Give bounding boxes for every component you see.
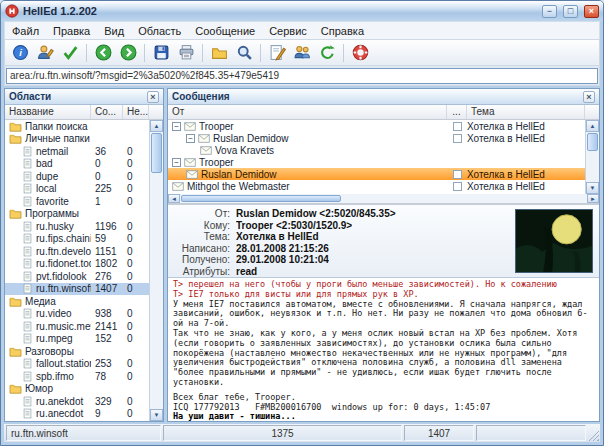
area-item[interactable]: ru.ftn.develop11510: [5, 245, 149, 258]
menu-edit[interactable]: Правка: [46, 24, 97, 38]
area-group[interactable]: Личные папки: [5, 133, 149, 146]
column-header[interactable]: Не...: [123, 105, 149, 119]
refresh-icon: [319, 44, 336, 61]
compose-button[interactable]: [265, 41, 289, 64]
area-item[interactable]: ru.ftn.winsoft14070: [5, 283, 149, 296]
area-message-count: 938: [91, 308, 123, 319]
header-field-label: Написано:: [174, 243, 236, 255]
menu-message[interactable]: Сообщение: [188, 24, 262, 38]
users-button[interactable]: [290, 41, 314, 64]
area-item[interactable]: ru.mpeg1520: [5, 333, 149, 346]
check-button[interactable]: [58, 41, 82, 64]
messages-hscrollbar[interactable]: ◄ ►: [168, 194, 599, 204]
messages-close-icon[interactable]: ×: [583, 91, 595, 103]
echo-area-icon: [22, 371, 33, 382]
area-item[interactable]: local2250: [5, 183, 149, 196]
area-item[interactable]: pvt.fidolook2760: [5, 270, 149, 283]
menu-view[interactable]: Вид: [97, 24, 131, 38]
save-button[interactable]: [149, 41, 173, 64]
scroll-up-icon[interactable]: ▲: [586, 120, 599, 132]
scroll-thumb[interactable]: [587, 133, 598, 151]
area-item[interactable]: ru.video9380: [5, 308, 149, 321]
minimize-button[interactable]: −: [542, 5, 557, 18]
app-icon: [5, 4, 19, 18]
column-header[interactable]: Со...: [91, 105, 123, 119]
message-icon: [200, 146, 212, 155]
print-button[interactable]: [174, 41, 198, 64]
areas-scrollbar[interactable]: ▲ ▼: [149, 120, 163, 421]
area-item[interactable]: favorite10: [5, 195, 149, 208]
thread-expand-icon[interactable]: −: [172, 158, 181, 167]
header-field-label: Атрибуты:: [174, 266, 236, 278]
open-icon: [211, 44, 228, 61]
area-group[interactable]: Папки поиска: [5, 120, 149, 133]
message-checkbox[interactable]: [453, 182, 462, 191]
forward-button[interactable]: [116, 41, 140, 64]
area-group-label: Юмор: [25, 383, 53, 394]
message-icon: [198, 134, 210, 143]
area-item[interactable]: ru.anecdot90: [5, 408, 149, 421]
help-button[interactable]: [348, 41, 372, 64]
scroll-left-icon[interactable]: ◄: [168, 194, 180, 203]
folder-icon: [9, 346, 22, 357]
messages-scrollbar[interactable]: ▲ ▼: [585, 120, 599, 194]
message-row[interactable]: −TrooperХотелка в HellEd: [168, 120, 585, 132]
message-checkbox[interactable]: [453, 170, 462, 179]
scroll-down-icon[interactable]: ▼: [586, 182, 599, 194]
area-item[interactable]: ru.fips.chainik590: [5, 233, 149, 246]
maximize-button[interactable]: □: [563, 5, 578, 18]
column-header[interactable]: Название: [5, 105, 91, 119]
menu-service[interactable]: Сервис: [262, 24, 314, 38]
areas-close-icon[interactable]: ×: [147, 91, 159, 103]
scroll-thumb[interactable]: [151, 133, 162, 173]
column-header[interactable]: ...: [447, 105, 467, 119]
info-button[interactable]: i: [8, 41, 32, 64]
back-button[interactable]: [91, 41, 115, 64]
area-item[interactable]: ru.music.metal21410: [5, 320, 149, 333]
close-button[interactable]: ×: [584, 5, 599, 18]
area-group[interactable]: Юмор: [5, 383, 149, 396]
open-button[interactable]: [207, 41, 231, 64]
area-group[interactable]: Медиа: [5, 295, 149, 308]
message-row[interactable]: −Ruslan DemidowХотелка в HellEd: [168, 132, 585, 144]
area-name: ru.anecdot: [36, 408, 83, 419]
area-item[interactable]: dupe00: [5, 170, 149, 183]
area-item[interactable]: netmail360: [5, 145, 149, 158]
message-checkbox[interactable]: [453, 122, 462, 131]
message-row[interactable]: −Trooper: [168, 156, 585, 168]
menu-file[interactable]: Файл: [5, 24, 46, 38]
scroll-thumb[interactable]: [181, 195, 341, 202]
thread-expand-icon[interactable]: −: [186, 134, 195, 143]
area-group[interactable]: Программы: [5, 208, 149, 221]
area-item[interactable]: fallout.station2530: [5, 358, 149, 371]
area-item[interactable]: spb.ifmo780: [5, 370, 149, 383]
message-checkbox[interactable]: [453, 134, 462, 143]
column-header[interactable]: От: [168, 105, 447, 119]
area-unread-count: 0: [123, 221, 149, 232]
message-row[interactable]: Vova Kravets: [168, 144, 585, 156]
resize-grip[interactable]: [587, 429, 599, 441]
area-message-count: 2141: [91, 321, 123, 332]
area-item[interactable]: ru.husky11960: [5, 220, 149, 233]
area-group[interactable]: Разговоры: [5, 345, 149, 358]
scroll-right-icon[interactable]: ►: [587, 194, 599, 203]
area-unread-count: 0: [123, 396, 149, 407]
refresh-button[interactable]: [315, 41, 339, 64]
back-icon: [95, 44, 112, 61]
area-item[interactable]: ru.anekdot3290: [5, 395, 149, 408]
menu-help[interactable]: Справка: [314, 24, 371, 38]
user-edit-button[interactable]: [33, 41, 57, 64]
address-input[interactable]: [6, 68, 598, 84]
search-button[interactable]: [232, 41, 256, 64]
message-row[interactable]: Ruslan DemidowХотелка в HellEd: [168, 168, 585, 180]
menu-area[interactable]: Область: [131, 24, 188, 38]
area-item[interactable]: bad00: [5, 158, 149, 171]
area-item[interactable]: ru.fidonet.today18020: [5, 258, 149, 271]
scroll-up-icon[interactable]: ▲: [150, 120, 163, 132]
thread-expand-icon[interactable]: −: [172, 122, 181, 131]
scroll-down-icon[interactable]: ▼: [150, 409, 163, 421]
echo-area-icon: [22, 233, 33, 244]
titlebar[interactable]: HellEd 1.2.202 − □ ×: [1, 1, 603, 21]
column-header[interactable]: Тема: [467, 105, 585, 119]
message-row[interactable]: Mithgol the WebmasterХотелка в HellEd: [168, 180, 585, 192]
